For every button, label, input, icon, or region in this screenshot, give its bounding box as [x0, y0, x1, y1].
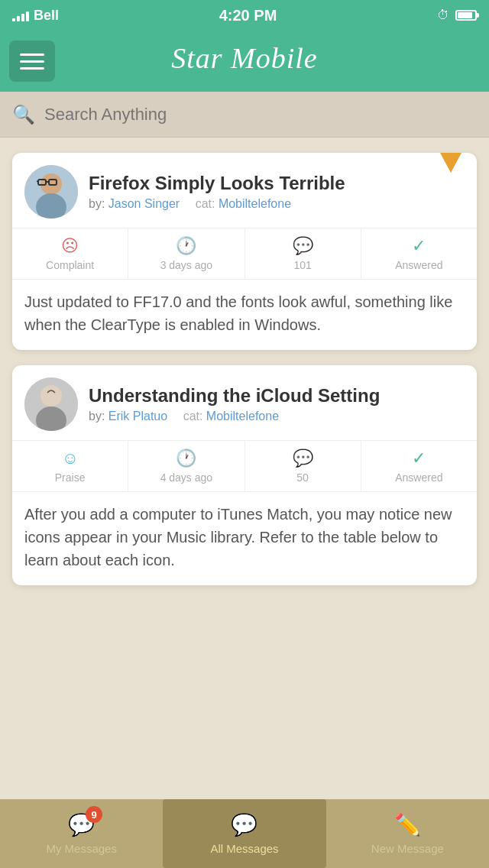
author-name-2: Erik Platuo: [108, 410, 167, 423]
stats-row-2: ☺ Praise 🕐 4 days ago 💬 50 ✓ Answered: [12, 440, 477, 492]
stat-status-label-1: Answered: [395, 259, 442, 271]
app-title: Star Mobile: [171, 41, 317, 75]
svg-line-5: [37, 181, 38, 182]
comment-icon-2: 💬: [293, 449, 313, 468]
stats-row-1: ☹ Complaint 🕐 3 days ago 💬 101 ✓ Answere…: [12, 228, 477, 280]
time-label: 4:20 PM: [219, 7, 277, 24]
post-card-1[interactable]: Firefox Simply Looks Terrible by: Jason …: [12, 153, 477, 350]
stat-comments-label-1: 101: [293, 259, 311, 271]
comment-icon-1: 💬: [293, 236, 313, 256]
stat-time-label-2: 4 days ago: [160, 471, 213, 484]
search-icon: 🔍: [12, 104, 35, 125]
svg-point-8: [40, 385, 62, 406]
search-input[interactable]: [44, 105, 477, 125]
post-body-2: After you add a computer to iTunes Match…: [12, 492, 477, 585]
battery-icon: [455, 10, 477, 21]
stat-comments-2: 💬 50: [245, 441, 361, 491]
cat-label-2: cat:: [183, 410, 206, 423]
status-left: Bell: [12, 8, 59, 24]
tab-new-message[interactable]: ✏️ New Message: [326, 799, 489, 868]
status-bar: Bell 4:20 PM ⏱: [0, 0, 489, 31]
by-label: by:: [89, 197, 108, 210]
stat-type-1: ☹ Complaint: [12, 228, 128, 279]
status-right: ⏱: [437, 8, 477, 22]
clock-stat-icon-2: 🕐: [176, 449, 196, 468]
praise-icon: ☺: [61, 449, 78, 468]
messages-badge: 9: [86, 806, 102, 823]
stat-type-2: ☺ Praise: [12, 441, 128, 491]
content-area: Firefox Simply Looks Terrible by: Jason …: [0, 138, 489, 799]
tab-new-message-label: New Message: [371, 842, 444, 855]
stat-type-label-2: Praise: [55, 471, 86, 484]
header: Star Mobile: [0, 31, 489, 92]
card-meta-1: Firefox Simply Looks Terrible by: Jason …: [89, 173, 465, 212]
post-author-1: by: Jason Singer cat: Mobiltelefone: [89, 197, 465, 211]
tab-all-messages[interactable]: 💬 All Messages: [163, 799, 325, 868]
post-body-1: Just updated to FF17.0 and the fonts loo…: [12, 280, 477, 350]
stat-status-2: ✓ Answered: [361, 441, 477, 491]
card-header-1: Firefox Simply Looks Terrible by: Jason …: [12, 153, 477, 228]
stat-time-2: 🕐 4 days ago: [128, 441, 244, 491]
tab-my-messages[interactable]: 💬 9 My Messages: [0, 799, 163, 868]
search-bar: 🔍: [0, 92, 489, 138]
post-title-1: Firefox Simply Looks Terrible: [89, 173, 465, 195]
avatar-2: [24, 377, 78, 431]
stat-time-1: 🕐 3 days ago: [128, 228, 244, 279]
menu-button[interactable]: [9, 40, 55, 82]
stat-comments-1: 💬 101: [245, 228, 361, 279]
tab-all-messages-label: All Messages: [210, 842, 278, 855]
stat-time-label-1: 3 days ago: [160, 259, 213, 271]
by-label-2: by:: [89, 410, 108, 423]
post-card-2[interactable]: Understanding the iCloud Setting by: Eri…: [12, 365, 477, 585]
new-message-icon: ✏️: [394, 812, 421, 837]
bookmark-icon: [440, 153, 461, 173]
category-2: Mobiltelefone: [206, 410, 279, 423]
stat-type-label-1: Complaint: [46, 259, 94, 271]
answered-icon-1: ✓: [412, 236, 426, 256]
category-1: Mobiltelefone: [219, 197, 291, 210]
signal-bars: [12, 9, 29, 21]
author-name-1: Jason Singer: [108, 197, 180, 210]
clock-icon: ⏱: [437, 8, 449, 22]
post-author-2: by: Erik Platuo cat: Mobiltelefone: [89, 410, 465, 423]
clock-stat-icon-1: 🕐: [176, 236, 196, 256]
card-meta-2: Understanding the iCloud Setting by: Eri…: [89, 385, 465, 424]
tab-my-messages-label: My Messages: [46, 842, 117, 855]
post-title-2: Understanding the iCloud Setting: [89, 385, 465, 407]
my-messages-icon: 💬 9: [68, 812, 95, 837]
cat-label-1: cat:: [196, 197, 219, 210]
all-messages-icon: 💬: [231, 812, 257, 837]
tab-bar: 💬 9 My Messages 💬 All Messages ✏️ New Me…: [0, 799, 489, 868]
answered-icon-2: ✓: [412, 449, 426, 468]
avatar-1: [24, 165, 78, 219]
card-header-2: Understanding the iCloud Setting by: Eri…: [12, 365, 477, 440]
stat-comments-label-2: 50: [296, 471, 309, 484]
complaint-icon: ☹: [61, 236, 79, 256]
stat-status-label-2: Answered: [395, 471, 442, 484]
stat-status-1: ✓ Answered: [361, 228, 477, 279]
carrier-label: Bell: [34, 8, 59, 24]
